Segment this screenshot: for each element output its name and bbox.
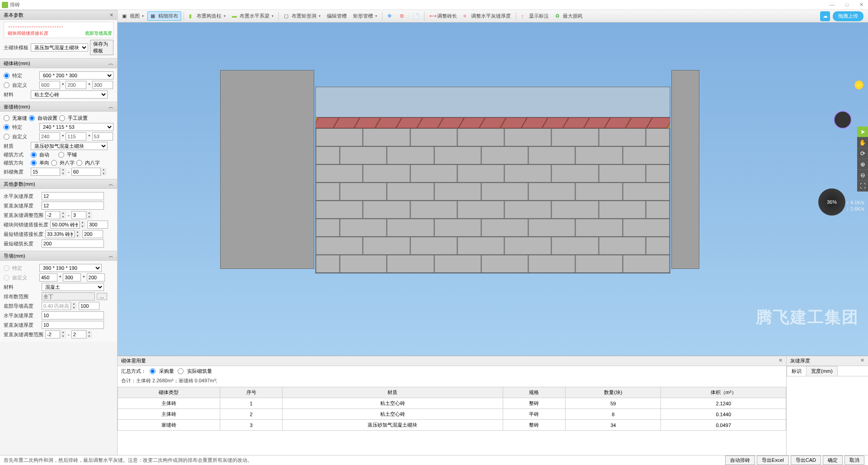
- dir-out8-radio[interactable]: [51, 160, 57, 166]
- hjoint-input[interactable]: [42, 192, 104, 200]
- guide-h-input[interactable]: [63, 273, 81, 282]
- table-row[interactable]: 主体砖2粘土空心砖半砖80.1440: [118, 409, 786, 420]
- vjoint-input[interactable]: [42, 202, 104, 210]
- brick-d-input[interactable]: [92, 81, 113, 89]
- main-template-select[interactable]: 蒸压加气混凝土砌块: [31, 43, 88, 52]
- brick-custom-radio[interactable]: [4, 82, 9, 88]
- fill-h-input[interactable]: [66, 132, 86, 141]
- zoom-out-tool[interactable]: ⊖: [857, 170, 868, 181]
- guide-d-input[interactable]: [87, 273, 105, 282]
- close-icon[interactable]: ✕: [860, 357, 864, 364]
- fill-none-radio[interactable]: [4, 115, 9, 121]
- minbuild-label: 最短砌筑长度: [4, 240, 40, 247]
- overlap-v-input[interactable]: [87, 221, 108, 229]
- fill-w-input[interactable]: [39, 132, 60, 141]
- brick-h-input[interactable]: [66, 81, 86, 89]
- rotate-tool[interactable]: ⟳: [857, 148, 868, 159]
- zoom-in-tool[interactable]: ⊕: [857, 159, 868, 170]
- fill-manual-radio[interactable]: [59, 115, 65, 121]
- layout-column-button[interactable]: ▮布置构造柱▾: [186, 12, 228, 20]
- adjust-bricklen-button[interactable]: ⟷调整砖长: [427, 12, 460, 20]
- table-row[interactable]: 塞缝砖3蒸压砂加气混凝土砌块整砖340.0497: [118, 420, 786, 431]
- upload-button[interactable]: 拖拽上传: [833, 11, 863, 21]
- guide-layout-browse[interactable]: ...: [97, 293, 107, 300]
- section-guide-header[interactable]: 导墙(mm) ︿: [0, 251, 117, 261]
- diagram-preview: 砌块间错缝搭接长度 底部导墙高度: [4, 22, 113, 38]
- meth-auto-radio[interactable]: [31, 152, 37, 158]
- section-fill-header[interactable]: 塞缝砖(mm) ︿: [0, 102, 117, 112]
- cube-icon: ▣: [122, 13, 128, 19]
- export-cad-button[interactable]: 导出CAD: [791, 456, 821, 465]
- move-button[interactable]: ✥: [385, 12, 396, 20]
- sum-actual-radio[interactable]: [178, 368, 184, 374]
- layout-rectopen-button[interactable]: ▢布置矩形洞▾: [281, 12, 323, 20]
- joint-panel: 灰缝厚度✕ 标识 宽度(mm): [787, 356, 868, 455]
- fill-specific-radio[interactable]: [4, 124, 9, 130]
- save-template-button[interactable]: 保存为模板: [90, 40, 113, 55]
- delete-button[interactable]: 📄: [410, 12, 422, 20]
- close-icon[interactable]: ✕: [109, 12, 113, 18]
- dir-single-radio[interactable]: [31, 160, 37, 166]
- export-excel-button[interactable]: 导出Excel: [757, 456, 789, 465]
- viewport[interactable]: ➤ ✋ ⟳ ⊕ ⊖ ⛶ 36% ↑ 4.1K/s↓ 2.6K/s 腾飞建工集团: [118, 23, 868, 356]
- meth-flat-radio[interactable]: [58, 152, 64, 158]
- fill-material-select[interactable]: 蒸压砂加气混凝土砌块: [31, 142, 108, 150]
- edit-tube-button[interactable]: 编辑管槽: [324, 12, 349, 20]
- fine-layout-button[interactable]: ▦精细排布: [147, 11, 181, 21]
- guide-specific-select[interactable]: 390 * 190 * 190: [39, 264, 102, 272]
- section-basic-header[interactable]: 基本参数 ✕: [0, 10, 117, 20]
- max-waste-button[interactable]: ♻最大损耗: [552, 12, 585, 20]
- tab-width[interactable]: 宽度(mm): [806, 366, 838, 376]
- table-row[interactable]: 主体砖1粘土空心砖整砖592.1240: [118, 398, 786, 409]
- fill-d-input[interactable]: [92, 132, 113, 141]
- app-icon: [2, 2, 8, 8]
- adjust-hjoint-button[interactable]: ≡调整水平灰缝厚度: [461, 12, 514, 20]
- guide-w-input[interactable]: [39, 273, 57, 282]
- grid-icon: ▦: [151, 13, 157, 19]
- fit-tool[interactable]: ⛶: [857, 181, 868, 192]
- fill-none-label: 无塞缝: [12, 115, 27, 122]
- pan-tool[interactable]: ✋: [857, 137, 868, 148]
- cloud-button[interactable]: ☁: [820, 11, 830, 21]
- brick-specific-radio[interactable]: [4, 73, 9, 79]
- guide-bottomh-v[interactable]: [79, 302, 99, 310]
- window-maximize-button[interactable]: □: [843, 2, 851, 8]
- fill-custom-radio[interactable]: [4, 134, 9, 140]
- brick-w-input[interactable]: [39, 81, 60, 89]
- section-other-header[interactable]: 其他参数(mm) ︿: [0, 179, 117, 189]
- joint-icon: ≡: [463, 13, 470, 19]
- ok-button[interactable]: 确定: [823, 456, 843, 465]
- guide-specific-radio[interactable]: [4, 265, 9, 271]
- tab-id[interactable]: 标识: [787, 366, 807, 376]
- rect-tube-button[interactable]: 矩形管槽▾: [350, 12, 380, 20]
- minoverlap-v-input[interactable]: [82, 230, 103, 238]
- section-brick-header[interactable]: 砌体砖(mm) ︿: [0, 58, 117, 68]
- close-icon[interactable]: ✕: [778, 357, 783, 364]
- sum-buy-radio[interactable]: [150, 368, 156, 374]
- dir-in8-radio[interactable]: [76, 160, 82, 166]
- brick-material-select[interactable]: 粘土空心砖: [31, 90, 108, 99]
- guide-hjoint-input[interactable]: [42, 311, 104, 319]
- guide-vjoint-input[interactable]: [42, 321, 104, 329]
- layout-hbeam-button[interactable]: ▬布置水平系梁▾: [229, 12, 276, 20]
- window-close-button[interactable]: ✕: [857, 2, 866, 8]
- guide-bottomh-label: 底部导墙高度: [4, 303, 40, 310]
- window-minimize-button[interactable]: —: [827, 2, 837, 8]
- brick-specific-select[interactable]: 600 * 200 * 300: [39, 71, 113, 80]
- fill-auto-radio[interactable]: [29, 115, 35, 121]
- fill-dir-label: 砌筑方向: [4, 160, 29, 166]
- wall-drawing: [316, 86, 670, 273]
- pointer-tool[interactable]: ➤: [857, 127, 868, 137]
- minbuild-input[interactable]: [42, 240, 104, 248]
- sum-method-label: 汇总方式：: [121, 368, 146, 375]
- guide-material-select[interactable]: 混凝土: [42, 283, 104, 291]
- fill-specific-select[interactable]: 240 * 115 * 53: [39, 123, 113, 131]
- auto-layout-button[interactable]: 自动排砖: [725, 456, 755, 465]
- recycle-icon: ♻: [555, 13, 561, 19]
- cancel-button[interactable]: 取消: [844, 456, 864, 465]
- guide-custom-radio[interactable]: [4, 275, 9, 281]
- copy-button[interactable]: ⧉: [397, 12, 409, 20]
- guide-layout-input[interactable]: [42, 292, 95, 301]
- view-button[interactable]: ▣视图▾: [119, 12, 146, 20]
- show-mark-button[interactable]: ↕显示标注: [519, 12, 552, 20]
